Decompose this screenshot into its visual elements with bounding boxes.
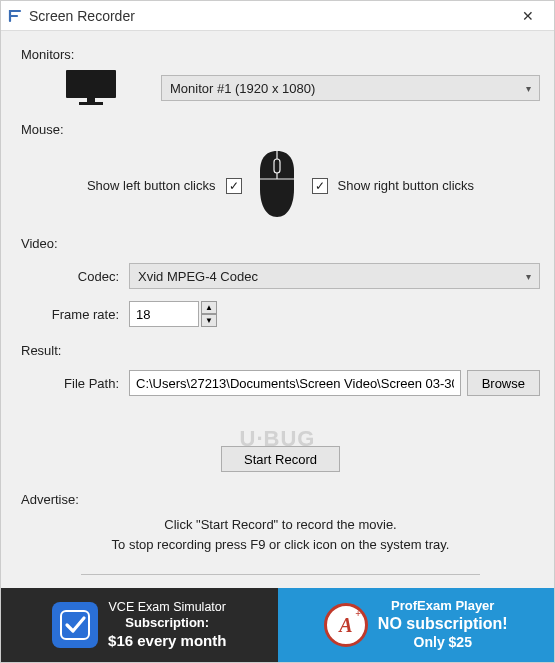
banner-left-line2: Subscription: (125, 615, 209, 631)
framerate-down-button[interactable]: ▼ (201, 314, 217, 327)
show-left-clicks-checkbox[interactable]: ✓ (226, 178, 242, 194)
banner-left-line1: VCE Exam Simulator (109, 600, 226, 616)
framerate-label: Frame rate: (21, 307, 129, 322)
framerate-up-button[interactable]: ▲ (201, 301, 217, 314)
advertise-label: Advertise: (21, 492, 540, 507)
checkmark-icon (52, 602, 98, 648)
advertise-line1: Click "Start Record" to record the movie… (21, 515, 540, 535)
monitor-row: Monitor #1 (1920 x 1080) ▾ (21, 68, 540, 108)
chevron-down-icon: ▾ (526, 83, 531, 94)
divider (81, 574, 480, 575)
banner-right-text: ProfExam Player NO subscription! Only $2… (378, 598, 508, 652)
advertise-text: Click "Start Record" to record the movie… (21, 515, 540, 554)
framerate-input[interactable] (129, 301, 199, 327)
advertise-line2: To stop recording press F9 or click icon… (21, 535, 540, 555)
content-area: Monitors: Monitor #1 (1920 x 1080) ▾ Mou… (1, 31, 554, 588)
codec-label: Codec: (21, 269, 129, 284)
result-label: Result: (21, 343, 540, 358)
monitors-label: Monitors: (21, 47, 540, 62)
monitor-select-value: Monitor #1 (1920 x 1080) (170, 81, 315, 96)
codec-select[interactable]: Xvid MPEG-4 Codec ▾ (129, 263, 540, 289)
close-button[interactable]: ✕ (508, 1, 548, 31)
banner-right[interactable]: A+ ProfExam Player NO subscription! Only… (278, 588, 555, 662)
mouse-label: Mouse: (21, 122, 540, 137)
banner-right-line2: NO subscription! (378, 614, 508, 634)
banner-right-line3: Only $25 (414, 634, 472, 652)
codec-row: Codec: Xvid MPEG-4 Codec ▾ (21, 263, 540, 289)
monitor-select[interactable]: Monitor #1 (1920 x 1080) ▾ (161, 75, 540, 101)
title-bar: Screen Recorder ✕ (1, 1, 554, 31)
filepath-row: File Path: Browse (21, 370, 540, 396)
banner-left-text: VCE Exam Simulator Subscription: $16 eve… (108, 600, 226, 651)
banner-left[interactable]: VCE Exam Simulator Subscription: $16 eve… (1, 588, 278, 662)
app-window: Screen Recorder ✕ Monitors: Monitor #1 (… (0, 0, 555, 663)
svg-rect-1 (87, 98, 95, 102)
banner-left-line3: $16 every month (108, 632, 226, 651)
start-record-button[interactable]: Start Record (221, 446, 340, 472)
start-row: Start Record (21, 446, 540, 472)
browse-button[interactable]: Browse (467, 370, 540, 396)
app-icon (7, 8, 23, 24)
show-right-clicks-checkbox[interactable]: ✓ (312, 178, 328, 194)
framerate-spinner: ▲ ▼ (129, 301, 217, 327)
show-right-clicks-label: Show right button clicks (338, 178, 475, 193)
svg-rect-0 (66, 70, 116, 98)
chevron-down-icon: ▾ (526, 271, 531, 282)
svg-rect-6 (61, 611, 89, 639)
banner-right-line1: ProfExam Player (391, 598, 494, 614)
svg-rect-2 (79, 102, 103, 105)
filepath-label: File Path: (21, 376, 129, 391)
svg-rect-5 (274, 159, 280, 173)
framerate-row: Frame rate: ▲ ▼ (21, 301, 540, 327)
filepath-input[interactable] (129, 370, 461, 396)
mouse-icon (252, 149, 302, 222)
grade-icon: A+ (324, 603, 368, 647)
ad-banner: VCE Exam Simulator Subscription: $16 eve… (1, 588, 554, 662)
window-title: Screen Recorder (29, 8, 508, 24)
mouse-row: Show left button clicks ✓ ✓ Show right b… (21, 149, 540, 222)
video-label: Video: (21, 236, 540, 251)
show-left-clicks-label: Show left button clicks (87, 178, 216, 193)
codec-select-value: Xvid MPEG-4 Codec (138, 269, 258, 284)
monitor-icon (21, 68, 161, 108)
